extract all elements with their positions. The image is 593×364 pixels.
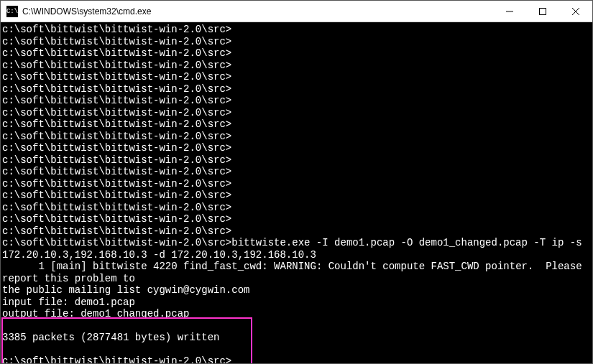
- terminal-line: c:\soft\bittwist\bittwist-win-2.0\src>: [2, 178, 591, 190]
- cmd-icon: C:\: [6, 6, 18, 17]
- window-controls: [493, 1, 592, 22]
- close-icon: [572, 8, 579, 15]
- terminal-line: c:\soft\bittwist\bittwist-win-2.0\src>: [2, 83, 591, 95]
- terminal-line: c:\soft\bittwist\bittwist-win-2.0\src>: [2, 71, 591, 83]
- terminal-line: c:\soft\bittwist\bittwist-win-2.0\src>: [2, 24, 591, 36]
- terminal-line: output file: demo1_changed.pcap: [2, 308, 591, 320]
- terminal-line: c:\soft\bittwist\bittwist-win-2.0\src>bi…: [2, 237, 591, 261]
- terminal-line: c:\soft\bittwist\bittwist-win-2.0\src>: [2, 36, 591, 48]
- close-button[interactable]: [559, 1, 592, 22]
- cmd-window: C:\ C:\WINDOWS\system32\cmd.exe c:\soft\…: [0, 0, 593, 364]
- terminal-line: c:\soft\bittwist\bittwist-win-2.0\src>: [2, 47, 591, 60]
- terminal-line: c:\soft\bittwist\bittwist-win-2.0\src>: [2, 190, 591, 202]
- terminal-line: c:\soft\bittwist\bittwist-win-2.0\src>: [2, 95, 591, 107]
- maximize-icon: [539, 8, 546, 15]
- terminal-output[interactable]: c:\soft\bittwist\bittwist-win-2.0\src>c:…: [1, 22, 592, 363]
- terminal-line: c:\soft\bittwist\bittwist-win-2.0\src>: [2, 131, 591, 143]
- maximize-button[interactable]: [526, 1, 559, 22]
- terminal-line: c:\soft\bittwist\bittwist-win-2.0\src>: [2, 118, 591, 131]
- terminal-line: c:\soft\bittwist\bittwist-win-2.0\src>: [2, 213, 591, 225]
- terminal-line: the public mailing list cygwin@cygwin.co…: [2, 284, 591, 297]
- terminal-line: [2, 344, 591, 356]
- terminal-line: [2, 320, 591, 332]
- terminal-line: c:\soft\bittwist\bittwist-win-2.0\src>: [2, 355, 591, 363]
- terminal-line: c:\soft\bittwist\bittwist-win-2.0\src>: [2, 154, 591, 167]
- titlebar[interactable]: C:\ C:\WINDOWS\system32\cmd.exe: [1, 1, 592, 22]
- terminal-line: c:\soft\bittwist\bittwist-win-2.0\src>: [2, 60, 591, 72]
- terminal-line: c:\soft\bittwist\bittwist-win-2.0\src>: [2, 202, 591, 214]
- terminal-line: 1 [main] bittwiste 4220 find_fast_cwd: W…: [2, 261, 591, 284]
- minimize-icon: [506, 8, 513, 15]
- terminal-line: 3385 packets (2877481 bytes) written: [2, 332, 591, 344]
- terminal-line: c:\soft\bittwist\bittwist-win-2.0\src>: [2, 107, 591, 119]
- terminal-line: input file: demo1.pcap: [2, 297, 591, 309]
- window-title: C:\WINDOWS\system32\cmd.exe: [22, 6, 493, 17]
- terminal-line: c:\soft\bittwist\bittwist-win-2.0\src>: [2, 142, 591, 154]
- terminal-line: c:\soft\bittwist\bittwist-win-2.0\src>: [2, 166, 591, 178]
- svg-rect-1: [540, 8, 546, 14]
- terminal-line: c:\soft\bittwist\bittwist-win-2.0\src>: [2, 225, 591, 238]
- minimize-button[interactable]: [493, 1, 526, 22]
